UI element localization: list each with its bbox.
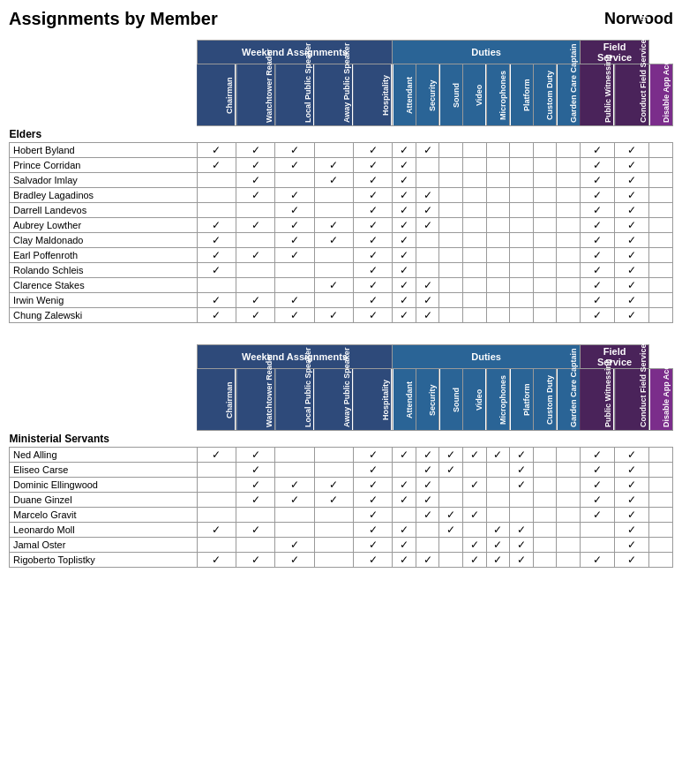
member-name: Salvador Imlay — [10, 173, 198, 188]
member-name: Hobert Byland — [10, 143, 198, 158]
member-name: Dominic Ellingwood — [10, 478, 198, 493]
table-row: Irwin Wenig✓✓✓✓✓✓✓✓ — [10, 293, 673, 308]
member-name: Aubrey Lowther — [10, 218, 198, 233]
table-row: Rigoberto Toplistky✓✓✓✓✓✓✓✓✓✓✓ — [10, 553, 673, 568]
page-header: Assignments by Member Norwood — [9, 9, 673, 29]
page-title: Assignments by Member — [9, 9, 218, 29]
member-name: Bradley Lagadinos — [10, 188, 198, 203]
table-row: Jamal Oster✓✓✓✓✓✓✓ — [10, 538, 673, 553]
member-name: Earl Poffenroth — [10, 248, 198, 263]
table-row: Salvador Imlay✓✓✓✓✓✓ — [10, 173, 673, 188]
member-name: Clarence Stakes — [10, 278, 198, 293]
table-row: Prince Corridan✓✓✓✓✓✓✓✓ — [10, 158, 673, 173]
member-name: Duane Ginzel — [10, 493, 198, 508]
table-row: Chung Zalewski✓✓✓✓✓✓✓✓✓ — [10, 308, 673, 323]
table-row: Darrell Landevos✓✓✓✓✓✓ — [10, 203, 673, 218]
table-row: Dominic Ellingwood✓✓✓✓✓✓✓✓✓✓ — [10, 478, 673, 493]
member-name: Clay Maldonado — [10, 233, 198, 248]
table-row: Earl Poffenroth✓✓✓✓✓✓✓ — [10, 248, 673, 263]
table-row: Ned Alling✓✓✓✓✓✓✓✓✓✓✓ — [10, 448, 673, 463]
table-row: Marcelo Gravit✓✓✓✓✓✓ — [10, 508, 673, 523]
member-name: Ned Alling — [10, 448, 198, 463]
member-name: Chung Zalewski — [10, 308, 198, 323]
table-row: Clarence Stakes✓✓✓✓✓✓ — [10, 278, 673, 293]
member-name: Marcelo Gravit — [10, 508, 198, 523]
table-row: Bradley Lagadinos✓✓✓✓✓✓✓ — [10, 188, 673, 203]
member-name: Rigoberto Toplistky — [10, 553, 198, 568]
ministerial-section: Weekend AssignmentsDutiesField ServiceCh… — [9, 344, 673, 568]
member-name: Jamal Oster — [10, 538, 198, 553]
table-row: Eliseo Carse✓✓✓✓✓✓✓ — [10, 463, 673, 478]
member-name: Eliseo Carse — [10, 463, 198, 478]
member-name: Darrell Landevos — [10, 203, 198, 218]
table-row: Clay Maldonado✓✓✓✓✓✓✓ — [10, 233, 673, 248]
table-row: Rolando Schleis✓✓✓✓✓ — [10, 263, 673, 278]
elders-section: Weekend AssignmentsDutiesField ServiceCh… — [9, 40, 673, 323]
table-row: Leonardo Moll✓✓✓✓✓✓✓✓ — [10, 523, 673, 538]
table-row: Hobert Byland✓✓✓✓✓✓✓✓ — [10, 143, 673, 158]
member-name: Prince Corridan — [10, 158, 198, 173]
member-name: Irwin Wenig — [10, 293, 198, 308]
table-row: Aubrey Lowther✓✓✓✓✓✓✓✓✓ — [10, 218, 673, 233]
table-row: Duane Ginzel✓✓✓✓✓✓✓✓ — [10, 493, 673, 508]
member-name: Leonardo Moll — [10, 523, 198, 538]
member-name: Rolando Schleis — [10, 263, 198, 278]
